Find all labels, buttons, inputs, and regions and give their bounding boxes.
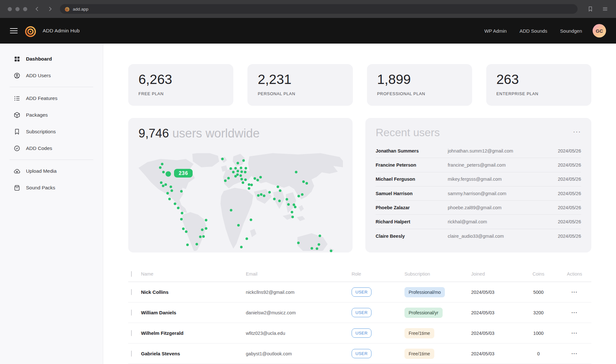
window-controls[interactable] <box>8 7 27 11</box>
subscription-badge: Free/1time <box>404 349 434 359</box>
map-user-dot <box>164 183 167 186</box>
map-user-dot <box>257 194 260 197</box>
window-close-button[interactable] <box>8 7 12 11</box>
header-link-add-sounds[interactable]: ADD Sounds <box>520 28 547 34</box>
map-user-dot <box>246 237 248 240</box>
stat-value: 2,231 <box>258 72 342 87</box>
bookmark-icon[interactable] <box>587 6 594 12</box>
map-user-dot <box>237 224 240 227</box>
sidebar-item-add-codes[interactable]: ADD Codes <box>0 140 103 157</box>
recent-user-row: Phoebe Zalazar phoebe.zal89@gmail.com 20… <box>376 201 581 215</box>
user-name: Nick Collins <box>141 289 246 295</box>
table-row: Nick Collins nickcllns92@gmail.com USER … <box>128 282 591 302</box>
map-user-dot <box>166 192 169 194</box>
row-actions-icon[interactable]: ··· <box>558 330 591 336</box>
column-header-role: Role <box>352 271 404 277</box>
row-checkbox[interactable] <box>131 289 132 295</box>
role-badge: USER <box>352 349 371 358</box>
user-name: William Daniels <box>141 310 246 315</box>
url-text: add.app <box>73 7 88 12</box>
map-user-dot <box>291 211 293 213</box>
map-user-dot <box>260 193 262 196</box>
sidebar-item-add-users[interactable]: ADD Users <box>0 67 103 84</box>
stat-card-personal-plan: 2,231 PERSONAL PLAN <box>247 64 353 106</box>
back-icon[interactable] <box>34 6 40 12</box>
map-title: 9,746 users worldwide <box>138 127 343 140</box>
sidebar-toggle-icon[interactable] <box>10 27 18 35</box>
recent-user-row: Samuel Harrison sammy.harrison@gmail.com… <box>376 186 581 201</box>
users-table: NameEmailRoleSubscriptionJoinedCoinsActi… <box>128 266 591 364</box>
address-bar[interactable]: add.app <box>60 4 578 14</box>
recent-user-date: 2024/05/26 <box>544 191 581 196</box>
user-coins: 1000 <box>519 331 558 336</box>
map-user-dot <box>291 216 294 218</box>
stat-label: PERSONAL PLAN <box>258 91 342 96</box>
subscription-badge: Professional/mo <box>404 287 445 297</box>
sidebar-item-subscriptions[interactable]: Subscriptions <box>0 123 103 140</box>
add-logo-icon <box>24 24 37 38</box>
stats-row: 6,263 FREE PLAN 2,231 PERSONAL PLAN 1,89… <box>128 64 591 106</box>
app-title: ADD Admin Hub <box>43 28 79 34</box>
map-user-dot <box>199 236 202 238</box>
map-user-dot <box>159 166 162 169</box>
column-header-coins: Coins <box>519 271 558 277</box>
map-user-dot <box>240 167 242 169</box>
user-avatar[interactable]: GC <box>593 24 606 37</box>
map-user-dot <box>160 181 162 184</box>
header-link-soundgen[interactable]: Soundgen <box>560 28 582 34</box>
recent-users-menu-icon[interactable]: ··· <box>573 126 581 137</box>
map-user-dot <box>268 191 271 194</box>
sidebar-item-packages[interactable]: Packages <box>0 107 103 123</box>
recent-user-row: Claire Beesly claire_audio33@gmail.com 2… <box>376 229 581 243</box>
feature-list-icon <box>13 95 21 102</box>
map-cluster-dot <box>165 171 171 177</box>
map-user-dot <box>227 177 230 179</box>
recent-user-date: 2024/05/26 <box>544 162 581 168</box>
user-joined-date: 2024/05/03 <box>471 310 519 315</box>
map-user-dot <box>162 185 164 187</box>
column-header-name: Name <box>141 271 246 277</box>
row-actions-icon[interactable]: ··· <box>558 310 591 316</box>
recent-user-name: Claire Beesly <box>376 234 448 239</box>
stat-card-free-plan: 6,263 FREE PLAN <box>128 64 233 106</box>
stat-value: 6,263 <box>138 72 223 87</box>
browser-menu-icon[interactable] <box>602 6 608 12</box>
map-user-dot <box>237 170 239 172</box>
map-user-dot <box>278 200 281 202</box>
row-checkbox[interactable] <box>131 351 132 357</box>
user-circle-icon <box>13 72 21 79</box>
cloud-upload-icon <box>13 168 21 175</box>
map-user-dot <box>205 227 207 230</box>
window-minimize-button[interactable] <box>15 7 20 11</box>
row-actions-icon[interactable]: ··· <box>558 289 591 295</box>
sidebar-item-dashboard[interactable]: Dashboard <box>0 51 103 67</box>
map-user-dot <box>240 246 243 248</box>
recent-user-email: francine_peters@gmail.com <box>448 162 544 168</box>
sidebar-item-upload-media[interactable]: Upload Media <box>0 163 103 179</box>
map-user-dot <box>318 243 320 246</box>
recent-user-email: sammy.harrison@gmail.com <box>448 191 544 196</box>
recent-users-card: Recent users ··· Jonathan Summers johnat… <box>365 118 591 252</box>
sidebar-item-sound-packs[interactable]: Sound Packs <box>0 179 103 196</box>
map-user-dot <box>171 189 173 192</box>
select-all-checkbox[interactable] <box>131 271 132 277</box>
window-maximize-button[interactable] <box>23 7 27 11</box>
sidebar-item-add-features[interactable]: ADD Features <box>0 90 103 107</box>
map-user-dot <box>181 212 183 214</box>
stat-label: PROFESSIONAL PLAN <box>377 91 462 96</box>
row-actions-icon[interactable]: ··· <box>558 351 591 357</box>
map-user-dot <box>177 207 179 209</box>
map-user-dot <box>256 179 259 181</box>
map-user-dot <box>287 203 290 206</box>
map-user-dot <box>316 247 318 250</box>
map-user-dot <box>234 167 237 170</box>
row-checkbox[interactable] <box>131 330 132 336</box>
row-checkbox[interactable] <box>131 310 132 316</box>
map-user-dot <box>237 162 239 164</box>
recent-user-date: 2024/05/26 <box>544 234 581 239</box>
header-link-wp-admin[interactable]: WP Admin <box>484 28 507 34</box>
map-user-dot <box>244 171 246 173</box>
badge-check-icon <box>13 145 21 152</box>
map-user-dot <box>230 209 232 211</box>
forward-icon[interactable] <box>47 6 53 12</box>
